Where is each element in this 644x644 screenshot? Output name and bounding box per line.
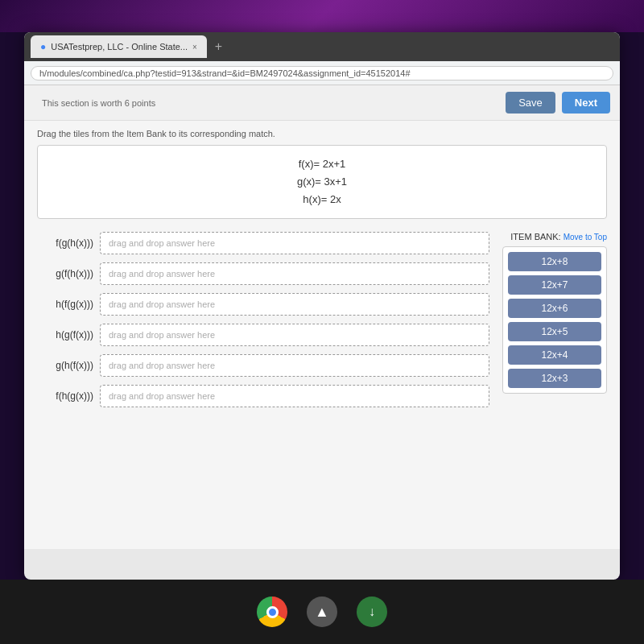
drop-zone-3[interactable]: drag and drop answer here — [100, 324, 489, 346]
files-taskbar-icon[interactable]: ↓ — [357, 597, 387, 627]
answer-chip-4[interactable]: 12x+4 — [508, 345, 601, 365]
save-button[interactable]: Save — [506, 92, 555, 114]
drag-row-5: f(h(g(x))) drag and drop answer here — [37, 385, 489, 407]
drop-zone-5[interactable]: drag and drop answer here — [100, 385, 489, 407]
tab-close-button[interactable]: × — [192, 43, 197, 52]
row-label-3: h(g(f(x))) — [37, 329, 93, 341]
function-g: g(x)= 3x+1 — [54, 173, 590, 191]
section-points-text: This section is worth 6 points — [34, 98, 155, 108]
drop-zone-2[interactable]: drag and drop answer here — [100, 293, 489, 316]
function-f: f(x)= 2x+1 — [54, 155, 590, 173]
drag-row-0: f(g(h(x))) drag and drop answer here — [37, 232, 489, 254]
answer-chip-3[interactable]: 12x+5 — [508, 322, 601, 341]
drop-zone-0[interactable]: drag and drop answer here — [100, 232, 489, 254]
drag-targets: f(g(h(x))) drag and drop answer here g(f… — [37, 232, 489, 415]
row-label-2: h(f(g(x))) — [37, 299, 93, 310]
drag-row-3: h(g(f(x))) drag and drop answer here — [37, 324, 489, 346]
toolbar: This section is worth 6 points Save Next — [24, 85, 620, 121]
item-bank: ITEM BANK: Move to Top 12x+8 12x+7 12x+6… — [502, 232, 607, 394]
functions-box: f(x)= 2x+1 g(x)= 3x+1 h(x)= 2x — [37, 145, 607, 219]
answer-chip-1[interactable]: 12x+7 — [508, 275, 601, 295]
answer-chip-0[interactable]: 12x+8 — [508, 252, 601, 271]
item-bank-box: 12x+8 12x+7 12x+6 12x+5 12x+4 12x+3 — [502, 246, 607, 394]
item-bank-header: ITEM BANK: Move to Top — [502, 232, 607, 242]
new-tab-button[interactable]: + — [215, 39, 222, 54]
row-label-0: f(g(h(x))) — [37, 237, 93, 249]
browser-tab[interactable]: ● USATestprep, LLC - Online State... × — [31, 35, 207, 58]
next-button[interactable]: Next — [562, 92, 610, 114]
instruction-text: Drag the tiles from the Item Bank to its… — [37, 129, 607, 138]
chrome-taskbar-icon[interactable] — [257, 597, 287, 627]
item-bank-label: ITEM BANK: — [510, 232, 560, 242]
row-label-1: g(f(h(x))) — [37, 268, 93, 279]
system-taskbar-icon[interactable]: ▲ — [307, 597, 337, 627]
answer-chip-5[interactable]: 12x+3 — [508, 369, 601, 388]
answer-chip-2[interactable]: 12x+6 — [508, 299, 601, 318]
address-bar[interactable]: h/modules/combined/ca.php?testid=913&str… — [31, 66, 613, 80]
drag-row-4: g(h(f(x))) drag and drop answer here — [37, 354, 489, 377]
drop-zone-1[interactable]: drag and drop answer here — [100, 262, 489, 285]
move-to-top-link[interactable]: Move to Top — [564, 233, 607, 242]
row-label-5: f(h(g(x))) — [37, 390, 93, 402]
page-content: Drag the tiles from the Item Bank to its… — [24, 121, 620, 549]
drag-row-1: g(f(h(x))) drag and drop answer here — [37, 262, 489, 285]
tab-label: USATestprep, LLC - Online State... — [51, 42, 188, 52]
drop-zone-4[interactable]: drag and drop answer here — [100, 354, 489, 377]
row-label-4: g(h(f(x))) — [37, 360, 93, 371]
exercise-area: f(g(h(x))) drag and drop answer here g(f… — [37, 232, 607, 415]
address-bar-row: h/modules/combined/ca.php?testid=913&str… — [24, 61, 620, 85]
drag-row-2: h(f(g(x))) drag and drop answer here — [37, 293, 489, 316]
function-h: h(x)= 2x — [54, 191, 590, 208]
